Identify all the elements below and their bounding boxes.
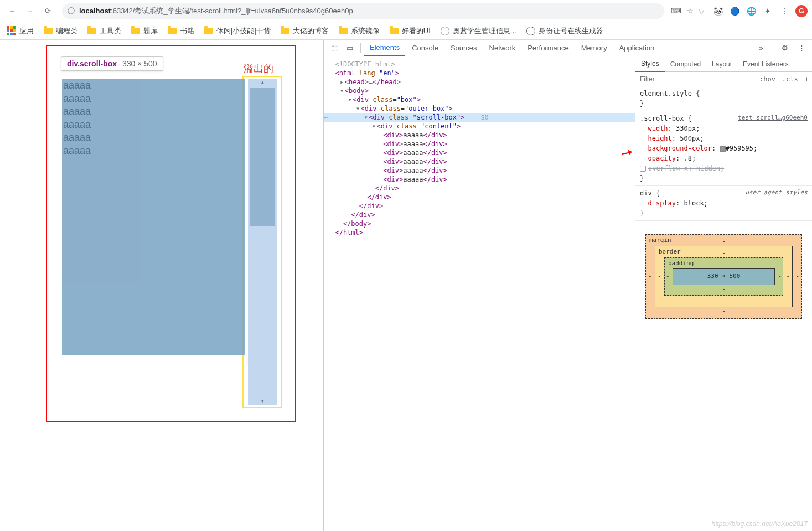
- tooltip-selector: div.scroll-box: [67, 59, 117, 68]
- bookmark-folder-3[interactable]: 书籍: [168, 26, 194, 36]
- content-line: aaaaa: [62, 105, 245, 118]
- styles-body[interactable]: element.style { } .scroll-box {test-scro…: [635, 86, 812, 531]
- content-line: aaaaa: [62, 144, 245, 157]
- content-line: aaaaa: [62, 79, 245, 92]
- bookmark-folder-1[interactable]: 工具类: [87, 26, 121, 36]
- element-tooltip: div.scroll-box 330 × 500: [61, 56, 163, 71]
- url-text: localhost:63342/考试系统_学生端/test-scroll.htm…: [79, 6, 353, 16]
- property-checkbox[interactable]: [640, 166, 646, 172]
- smile-icon: [526, 27, 535, 35]
- forward-button[interactable]: →: [22, 3, 38, 19]
- scroll-box-element[interactable]: aaaaa aaaaa aaaaa aaaaa aaaaa aaaaa: [62, 79, 245, 355]
- site-info-icon[interactable]: ⓘ: [68, 6, 75, 16]
- tab-styles[interactable]: Styles: [635, 56, 665, 72]
- tab-network[interactable]: Network: [484, 40, 521, 56]
- tab-performance[interactable]: Performance: [522, 40, 574, 56]
- styles-tabs: Styles Computed Layout Event Listeners: [635, 56, 812, 72]
- overflow-annotation: 溢出的: [244, 62, 273, 75]
- globe-icon: [441, 27, 449, 35]
- extensions-row: ▽ 🐼 🔵 🌐 ✦ ⋮ G: [696, 5, 808, 17]
- folder-icon: [168, 28, 177, 34]
- apps-icon: [7, 26, 16, 35]
- extensions-icon[interactable]: ✦: [762, 6, 773, 17]
- bookmark-folder-5[interactable]: 大佬的博客: [281, 26, 329, 36]
- elements-tree[interactable]: <!DOCTYPE html> <html lang="en"> ▸<head>…: [324, 56, 635, 531]
- folder-icon: [339, 28, 348, 34]
- overflow-highlight: ▴ ▾: [242, 76, 282, 408]
- styles-panel: Styles Computed Layout Event Listeners :…: [635, 56, 812, 531]
- address-actions: ⌨ ☆: [671, 7, 694, 15]
- bm-border-label: border: [659, 248, 681, 257]
- content-line: aaaaa: [62, 92, 245, 105]
- bookmark-link-1[interactable]: 奥蓝学生管理信息...: [441, 26, 516, 36]
- bookmark-folder-7[interactable]: 好看的UI: [390, 26, 431, 36]
- bookmark-folder-4[interactable]: 休闲|小技能|干货: [204, 26, 271, 36]
- tab-elements[interactable]: Elements: [364, 40, 405, 56]
- bm-padding-label: padding: [668, 259, 694, 269]
- more-tabs-icon[interactable]: »: [754, 41, 768, 55]
- bm-content-size: 330 × 500: [673, 268, 775, 285]
- tab-layout[interactable]: Layout: [706, 56, 737, 72]
- watermark-text: https://blog.csdn.net/AoXue2017: [712, 520, 808, 528]
- tab-event-listeners[interactable]: Event Listeners: [737, 56, 794, 72]
- page-preview: div.scroll-box 330 × 500 溢出的 ▴ ▾ aaaaa a…: [0, 40, 323, 531]
- browser-toolbar: ← → ⟳ ⓘ localhost:63342/考试系统_学生端/test-sc…: [0, 0, 812, 22]
- ext-icon-2[interactable]: 🐼: [712, 6, 723, 17]
- content-line: aaaaa: [62, 118, 245, 131]
- new-style-button[interactable]: +: [801, 75, 812, 83]
- ext-icon-1[interactable]: ▽: [696, 6, 707, 17]
- folder-icon: [204, 28, 213, 34]
- hov-toggle[interactable]: :hov: [756, 75, 779, 83]
- styles-filter-row: :hov .cls +: [635, 72, 812, 86]
- color-swatch-icon[interactable]: [720, 146, 726, 152]
- folder-icon: [390, 28, 399, 34]
- source-link[interactable]: test-scroll…g60eeh0: [738, 114, 808, 123]
- folder-icon: [44, 28, 53, 34]
- bookmark-folder-2[interactable]: 题库: [131, 26, 158, 36]
- bm-margin-label: margin: [649, 236, 671, 245]
- cls-toggle[interactable]: .cls: [779, 75, 801, 83]
- apps-label: 应用: [19, 26, 34, 36]
- tab-computed[interactable]: Computed: [665, 56, 706, 72]
- box-model-diagram[interactable]: margin ---- border ---- padding ---- 330…: [640, 223, 808, 330]
- address-bar[interactable]: ⓘ localhost:63342/考试系统_学生端/test-scroll.h…: [62, 3, 664, 19]
- ext-icon-3[interactable]: 🔵: [729, 6, 740, 17]
- tab-sources[interactable]: Sources: [445, 40, 483, 56]
- bookmark-folder-6[interactable]: 系统镜像: [339, 26, 380, 36]
- back-button[interactable]: ←: [4, 3, 20, 19]
- reload-button[interactable]: ⟳: [40, 3, 55, 19]
- bookmark-folder-0[interactable]: 编程类: [44, 26, 77, 36]
- apps-button[interactable]: 应用: [7, 26, 34, 36]
- profile-avatar[interactable]: G: [795, 5, 808, 17]
- settings-icon[interactable]: ⚙: [778, 41, 792, 55]
- styles-filter-input[interactable]: [635, 75, 756, 83]
- device-icon[interactable]: ▭: [343, 41, 357, 55]
- devtools-menu-icon[interactable]: ⋮: [794, 41, 809, 55]
- ext-icon-4[interactable]: 🌐: [746, 6, 757, 17]
- translate-icon[interactable]: ⌨: [671, 7, 681, 15]
- menu-icon[interactable]: ⋮: [779, 6, 790, 17]
- tab-application[interactable]: Application: [614, 40, 660, 56]
- tab-memory[interactable]: Memory: [576, 40, 613, 56]
- devtools-tabs: ⬚ ▭ Elements Console Sources Network Per…: [324, 40, 812, 56]
- folder-icon: [131, 28, 140, 34]
- folder-icon: [87, 28, 96, 34]
- bookmark-link-2[interactable]: 身份证号在线生成器: [526, 26, 603, 36]
- inspect-icon[interactable]: ⬚: [327, 41, 342, 55]
- devtools-panel: ⬚ ▭ Elements Console Sources Network Per…: [323, 40, 812, 531]
- tooltip-dimensions: 330 × 500: [122, 59, 157, 68]
- bookmark-star-icon[interactable]: ☆: [687, 7, 694, 15]
- tab-console[interactable]: Console: [406, 40, 444, 56]
- bookmark-bar: 应用 编程类 工具类 题库 书籍 休闲|小技能|干货 大佬的博客 系统镜像 好看…: [0, 22, 812, 40]
- folder-icon: [281, 28, 289, 34]
- content-line: aaaaa: [62, 131, 245, 144]
